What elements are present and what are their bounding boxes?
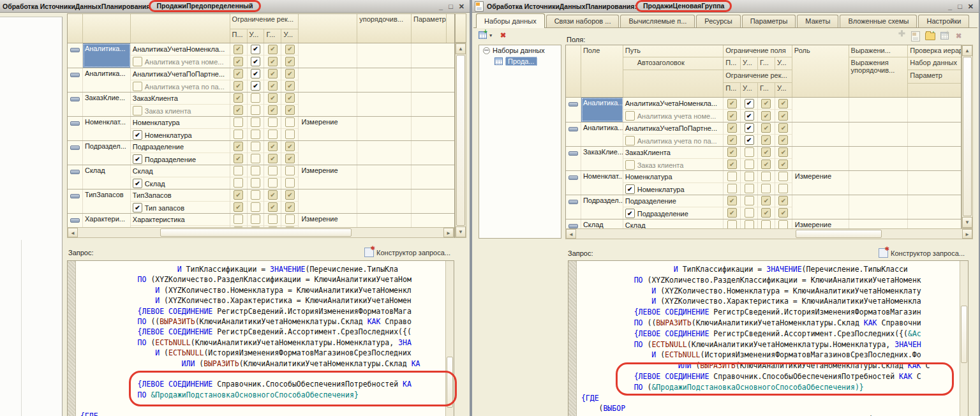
restriction-checkbox[interactable]: ✔ [268, 117, 278, 127]
right-query-text[interactable]: И ТипКлассификации = ЗНАЧЕНИЕ(Перечислен… [577, 264, 959, 416]
restriction-checkbox[interactable]: ✔ [234, 190, 243, 200]
parameter-cell[interactable] [908, 171, 961, 195]
right-table-vscrollbar[interactable]: ▲ ▼ [961, 45, 973, 228]
role-cell[interactable] [299, 43, 357, 68]
delete-dataset-button[interactable]: ✖ [500, 31, 506, 40]
restriction-checkbox[interactable]: ✔ [778, 184, 788, 193]
role-cell[interactable] [299, 141, 357, 165]
restriction-checkbox[interactable]: ✔ [285, 166, 295, 175]
restriction-checkbox[interactable]: ✔ [234, 45, 243, 54]
maximize-icon[interactable]: □ [449, 3, 453, 10]
row-grip-icon[interactable] [568, 175, 578, 180]
restriction-checkbox[interactable]: ✔ [251, 202, 260, 212]
parameter-cell[interactable] [412, 117, 447, 140]
right-query-editor[interactable]: И ТипКлассификации = ЗНАЧЕНИЕ(Перечислен… [568, 260, 969, 416]
restriction-checkbox[interactable]: ✔ [727, 135, 737, 145]
left-query-text[interactable]: И ТипКлассификации = ЗНАЧЕНИЕ(Перечислен… [76, 264, 445, 416]
ordering-expression-cell[interactable] [357, 117, 412, 140]
table-row[interactable]: ТипЗапасовТипЗапасов✔Тип запасов✔✔✔✔✔✔✔✔ [68, 189, 454, 213]
restriction-checkbox[interactable]: ✔ [727, 160, 737, 169]
field-path-cell[interactable]: АналитикаУчетаПоПартне...✔Аналитика учет… [131, 68, 230, 92]
restriction-checkbox[interactable]: ✔ [251, 57, 260, 66]
scroll-right-icon[interactable]: ► [443, 228, 454, 237]
restriction-checkbox[interactable]: ✔ [251, 130, 260, 139]
restriction-checkbox[interactable]: ✔ [234, 166, 243, 175]
restriction-checkbox[interactable]: ✔ [285, 45, 295, 54]
restriction-checkbox[interactable]: ✔ [268, 105, 278, 115]
restriction-checkbox[interactable]: ✔ [268, 214, 278, 224]
restriction-checkbox[interactable]: ✔ [251, 154, 260, 163]
tab-1[interactable]: Наборы данных [476, 13, 545, 28]
left-query-builder-link[interactable]: Конструктор запроса... [364, 248, 450, 257]
tree-item-datasets-root[interactable]: Наборы данных [479, 45, 561, 56]
restriction-checkbox[interactable]: ✔ [778, 196, 788, 205]
restriction-checkbox[interactable]: ✔ [778, 208, 788, 218]
row-grip-icon[interactable] [70, 121, 80, 126]
restriction-checkbox[interactable]: ✔ [745, 172, 754, 181]
field-path-cell[interactable]: Номенклатура✔Номенклатура [623, 171, 724, 195]
restriction-checkbox[interactable]: ✔ [251, 166, 260, 175]
parameter-cell[interactable] [908, 147, 961, 170]
scroll-down-icon[interactable]: ▼ [456, 227, 466, 237]
scroll-up-icon[interactable]: ▲ [456, 43, 466, 54]
restriction-checkbox[interactable]: ✔ [234, 105, 243, 115]
row-grip-icon[interactable] [70, 145, 80, 150]
tree-item-dataset[interactable]: Прода... [479, 56, 561, 67]
minimize-icon[interactable]: _ [439, 3, 443, 10]
table-row[interactable]: Аналитика...АналитикаУчетаПоПартне...✔Ан… [68, 68, 454, 92]
tab-6[interactable]: Макеты [797, 15, 838, 27]
restriction-checkbox[interactable]: ✔ [745, 135, 754, 145]
table-row[interactable]: Аналитика...АналитикаУчетаПоПартне...✔Ан… [566, 122, 961, 146]
restriction-checkbox[interactable]: ✔ [727, 196, 737, 205]
restriction-checkbox[interactable]: ✔ [285, 130, 295, 139]
restriction-checkbox[interactable]: ✔ [268, 178, 278, 188]
ordering-expression-cell[interactable] [849, 123, 909, 146]
datasets-tree[interactable]: Наборы данных Прода... [479, 45, 561, 239]
restriction-checkbox[interactable]: ✔ [761, 184, 771, 193]
row-grip-icon[interactable] [70, 97, 80, 101]
restriction-checkbox[interactable]: ✔ [745, 147, 754, 157]
title-checkbox[interactable]: ✔ [133, 179, 142, 188]
field-name-cell[interactable]: Аналитика... [581, 123, 623, 146]
field-path-cell[interactable]: Склад✔Склад [131, 165, 230, 189]
title-checkbox[interactable]: ✔ [625, 111, 635, 121]
left-window-titlebar[interactable]: Обработка ИсточникиДанныхПланирования Пр… [0, 0, 470, 13]
restriction-checkbox[interactable]: ✔ [234, 202, 243, 212]
title-checkbox[interactable]: ✔ [133, 82, 142, 91]
scroll-left-icon[interactable]: ◄ [68, 228, 78, 237]
restriction-checkbox[interactable]: ✔ [268, 142, 278, 151]
row-grip-icon[interactable] [70, 218, 80, 223]
field-name-cell[interactable]: Номенклат... [581, 171, 623, 195]
parameter-cell[interactable] [908, 98, 961, 122]
restriction-checkbox[interactable]: ✔ [268, 154, 278, 163]
restriction-checkbox[interactable]: ✔ [778, 147, 788, 157]
field-name-cell[interactable]: Подраздел... [83, 141, 131, 165]
parameter-cell[interactable] [412, 165, 447, 189]
minimize-icon[interactable]: _ [948, 3, 952, 10]
right-window-titlebar[interactable]: Обработка ИсточникиДанныхПланирования: П… [472, 0, 979, 13]
field-name-cell[interactable]: Аналитика... [83, 68, 131, 92]
parameter-cell[interactable] [412, 189, 447, 213]
restriction-checkbox[interactable]: ✔ [727, 123, 737, 133]
field-name-cell[interactable]: Подраздел... [581, 195, 623, 219]
restriction-checkbox[interactable]: ✔ [778, 123, 788, 133]
table-row[interactable]: Подраздел...Подразделение✔Подразделение✔… [566, 195, 961, 219]
role-cell[interactable] [792, 147, 849, 170]
restriction-checkbox[interactable]: ✔ [251, 105, 260, 115]
restriction-checkbox[interactable]: ✔ [234, 154, 243, 163]
close-icon[interactable]: ✕ [968, 3, 974, 10]
scrollbar-thumb[interactable] [961, 306, 967, 363]
ordering-expression-cell[interactable] [357, 165, 412, 189]
add-table-button[interactable]: + [940, 32, 949, 40]
restriction-checkbox[interactable]: ✔ [778, 99, 788, 108]
table-row[interactable]: СкладСклад✔Склад✔✔✔✔✔✔✔✔Измерение [68, 165, 454, 189]
field-path-cell[interactable]: АналитикаУчетаПоПартне...✔Аналитика учет… [623, 123, 724, 146]
restriction-checkbox[interactable]: ✔ [761, 123, 771, 133]
left-table-vscrollbar[interactable]: ▲ ▼ [455, 43, 466, 238]
restriction-checkbox[interactable]: ✔ [285, 178, 295, 188]
restriction-checkbox[interactable]: ✔ [285, 69, 295, 78]
tab-7[interactable]: Вложенные схемы [840, 15, 917, 27]
scroll-right-icon[interactable]: ► [962, 229, 972, 239]
row-grip-icon[interactable] [70, 194, 80, 198]
restriction-checkbox[interactable]: ✔ [268, 190, 278, 200]
